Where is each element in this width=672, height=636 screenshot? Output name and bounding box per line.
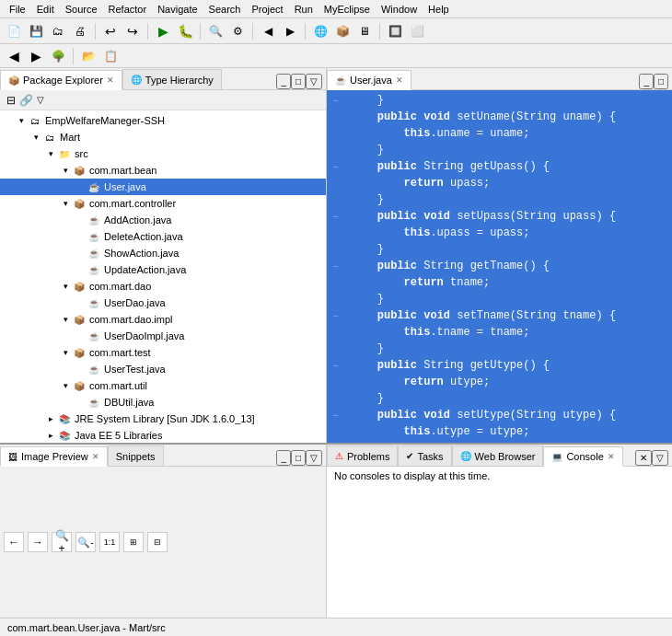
img-fit-button[interactable]: ⊞ — [123, 532, 144, 552]
tree-item-usertest[interactable]: ☕ UserTest.java — [0, 361, 326, 377]
menu-window[interactable]: Window — [376, 3, 423, 16]
tree-item-addaction[interactable]: ☕ AddAction.java — [0, 212, 326, 228]
perspective-button[interactable]: 🔲 — [385, 21, 405, 41]
save-button[interactable]: 💾 — [26, 21, 46, 41]
maximize-view-button[interactable]: □ — [291, 74, 306, 89]
tree-item-src[interactable]: ▾ 📁 src — [0, 145, 326, 162]
run-button[interactable]: ▶ — [153, 21, 173, 41]
toggle-empwelfare[interactable]: ▾ — [15, 116, 28, 125]
fold-icon-20[interactable]: − — [333, 407, 339, 423]
tree-item-test[interactable]: ▾ 📦 com.mart.test — [0, 344, 326, 361]
link-editor-button[interactable]: 🔗 — [18, 93, 33, 108]
tree-item-userdaoimpl[interactable]: ☕ UserDaoImpl.java — [0, 328, 326, 344]
tab-image-preview[interactable]: 🖼 Image Preview ✕ — [0, 446, 108, 467]
tree-item-updateaction[interactable]: ☕ UpdateAction.java — [0, 261, 326, 278]
undo-button[interactable]: ↩ — [100, 21, 121, 41]
open-button[interactable]: 📂 — [78, 46, 98, 66]
tree-item-showaction[interactable]: ☕ ShowAction.java — [0, 245, 326, 261]
explorer-menu-button[interactable]: ▽ — [33, 93, 48, 108]
console-clear-button[interactable]: ✕ — [635, 450, 652, 466]
tree-item-jre[interactable]: ▸ 📚 JRE System Library [Sun JDK 1.6.0_13… — [0, 411, 326, 427]
tree-item-util[interactable]: ▾ 📦 com.mart.util — [0, 377, 326, 394]
img-back-button[interactable]: ← — [4, 532, 24, 552]
menu-project[interactable]: Project — [246, 3, 288, 16]
menu-edit[interactable]: Edit — [31, 3, 60, 16]
tab-image-preview-close[interactable]: ✕ — [92, 452, 99, 461]
toggle-ctrl[interactable]: ▾ — [59, 199, 72, 208]
toggle-dao[interactable]: ▾ — [59, 282, 72, 291]
toggle-impl[interactable]: ▾ — [59, 315, 72, 324]
toggle-bean[interactable]: ▾ — [59, 166, 72, 175]
view-menu-button[interactable]: ▽ — [306, 74, 322, 89]
toggle-src[interactable]: ▾ — [44, 149, 57, 158]
toggle-util[interactable]: ▾ — [59, 381, 72, 390]
img-actual-size-button[interactable]: 1:1 — [99, 532, 120, 552]
minimize-view-button[interactable]: _ — [276, 74, 291, 89]
tab-problems[interactable]: ⚠ Problems — [327, 445, 398, 466]
tree-item-dao-impl[interactable]: ▾ 📦 com.mart.dao.impl — [0, 311, 326, 328]
tree-item-dao[interactable]: ▾ 📦 com.mart.dao — [0, 278, 326, 295]
editor-minimize-button[interactable]: _ — [639, 74, 654, 89]
search-button[interactable]: 🔍 — [205, 21, 226, 41]
tree-item-deleteaction[interactable]: ☕ DeleteAction.java — [0, 228, 326, 245]
back2-button[interactable]: ◀ — [4, 46, 24, 66]
redo-button[interactable]: ↪ — [122, 21, 143, 41]
tab-tasks[interactable]: ✔ Tasks — [398, 445, 451, 466]
toggle-test[interactable]: ▾ — [59, 348, 72, 357]
tree-item-dbutil[interactable]: ☕ DBUtil.java — [0, 394, 326, 411]
fold-icon-17[interactable]: − — [333, 357, 339, 374]
tab-web-browser[interactable]: 🌐 Web Browser — [452, 445, 544, 466]
toggle-javaee[interactable]: ▸ — [44, 431, 57, 440]
tab-package-explorer-close[interactable]: ✕ — [107, 75, 114, 85]
settings-button[interactable]: ⚙ — [227, 21, 248, 41]
back-button[interactable]: ◀ — [258, 21, 278, 41]
toggle-mart[interactable]: ▾ — [29, 133, 42, 142]
open2-button[interactable]: 📋 — [100, 46, 121, 66]
img-preview-minimize[interactable]: _ — [276, 450, 291, 466]
menu-refactor[interactable]: Refactor — [103, 3, 153, 16]
tab-type-hierarchy[interactable]: 🌐 Type Hierarchy — [122, 69, 222, 89]
img-forward-button[interactable]: → — [28, 532, 48, 552]
fold-icon-1[interactable]: − — [333, 92, 339, 109]
tree-item-controller[interactable]: ▾ 📦 com.mart.controller — [0, 195, 326, 212]
menu-search[interactable]: Search — [203, 3, 247, 16]
menu-source[interactable]: Source — [60, 3, 103, 16]
new-button[interactable]: 📄 — [4, 21, 24, 41]
fold-icon-14[interactable]: − — [333, 307, 339, 324]
debug-button[interactable]: 🐛 — [175, 21, 195, 41]
web-button[interactable]: 🌐 — [310, 21, 330, 41]
img-zoom-in-button[interactable]: 🔍+ — [52, 532, 72, 552]
fold-icon-5[interactable]: − — [333, 158, 339, 175]
tree-item-javaee[interactable]: ▸ 📚 Java EE 5 Libraries — [0, 427, 326, 443]
server-button[interactable]: 🖥 — [354, 21, 375, 41]
tree-item-user-java[interactable]: ☕ User.java — [0, 179, 326, 195]
tree-item-mart[interactable]: ▾ 🗂 Mart — [0, 129, 326, 145]
img-zoom-out-button[interactable]: 🔍- — [75, 532, 96, 552]
tab-package-explorer[interactable]: 📦 Package Explorer ✕ — [0, 70, 122, 90]
deploy-button[interactable]: 📦 — [332, 21, 353, 41]
hierarchy-button[interactable]: 🌳 — [48, 46, 68, 66]
tab-user-java[interactable]: ☕ User.java ✕ — [327, 70, 411, 90]
tab-user-java-close[interactable]: ✕ — [396, 75, 403, 85]
console-menu-button[interactable]: ▽ — [652, 450, 668, 466]
toggle-jre[interactable]: ▸ — [44, 414, 57, 423]
forward-button[interactable]: ▶ — [280, 21, 300, 41]
tree-item-com-mart-bean[interactable]: ▾ 📦 com.mart.bean — [0, 162, 326, 179]
code-editor[interactable]: } public void setUname(String uname) { t… — [345, 90, 672, 443]
fold-icon-8[interactable]: − — [333, 208, 339, 225]
tree-item-userdao[interactable]: ☕ UserDao.java — [0, 295, 326, 311]
tab-snippets[interactable]: Snippets — [108, 445, 164, 466]
fold-icon-11[interactable]: − — [333, 258, 339, 274]
save-all-button[interactable]: 🗂 — [48, 21, 68, 41]
maximize-button[interactable]: ⬜ — [407, 21, 427, 41]
menu-help[interactable]: Help — [423, 3, 455, 16]
tree-item-empwelfare[interactable]: ▾ 🗂 EmpWelfareManeger-SSH — [0, 112, 326, 129]
menu-navigate[interactable]: Navigate — [152, 3, 203, 16]
forward2-button[interactable]: ▶ — [26, 46, 46, 66]
menu-myeclipse[interactable]: MyEclipse — [319, 3, 376, 16]
print-button[interactable]: 🖨 — [70, 21, 90, 41]
img-preview-menu[interactable]: ▽ — [306, 450, 322, 466]
img-preview-maximize[interactable]: □ — [291, 450, 306, 466]
menu-file[interactable]: File — [4, 3, 31, 16]
img-grid-button[interactable]: ⊟ — [147, 532, 168, 552]
